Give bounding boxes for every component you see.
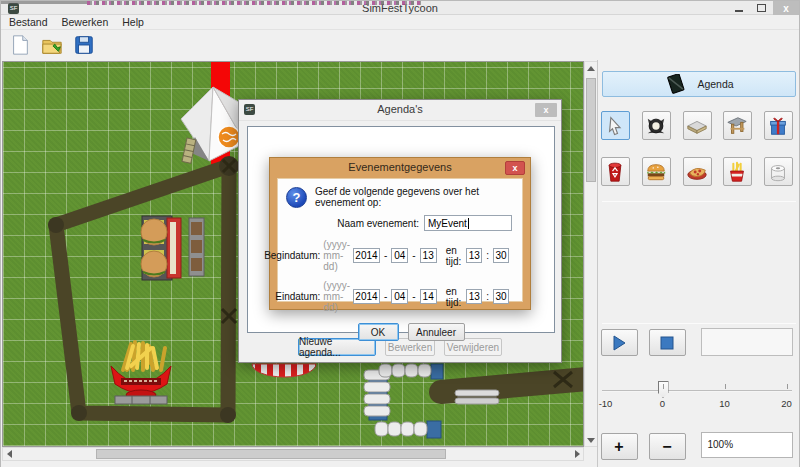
start-day-input[interactable]: 13 (420, 248, 437, 263)
end-year-input[interactable]: 2014 (353, 289, 380, 304)
date-separator: - (384, 291, 387, 302)
tool-button-stage-light[interactable] (642, 111, 671, 140)
toolbar (1, 30, 799, 60)
dirt-path-loop[interactable] (56, 166, 229, 415)
zoom-level-field[interactable]: 100% (701, 432, 793, 458)
event-name-row: Naam evenement: MyEvent (278, 215, 522, 231)
striped-tent-roof[interactable] (252, 364, 316, 377)
scroll-left-button[interactable] (3, 448, 15, 460)
bench[interactable] (115, 396, 167, 404)
agendas-dialog-close-button[interactable]: x (535, 103, 557, 117)
event-dialog-close-button[interactable]: x (505, 161, 525, 175)
menu-bewerken[interactable]: Bewerken (62, 16, 109, 28)
cancel-button[interactable]: Annuleer (408, 323, 465, 341)
maximize-button[interactable] (751, 1, 771, 15)
end-day-input[interactable]: 14 (420, 289, 437, 304)
stage-platform-icon (686, 115, 708, 137)
start-minute-input[interactable]: 30 (493, 248, 509, 263)
minimize-icon (735, 10, 743, 12)
stage-roof-icon (726, 115, 748, 137)
date-separator: - (384, 250, 387, 261)
zoom-in-button[interactable]: + (601, 433, 638, 460)
play-button[interactable] (601, 329, 638, 356)
vertical-scroll-thumb[interactable] (586, 78, 596, 182)
tool-button-gift[interactable] (764, 111, 793, 140)
stop-icon (660, 336, 674, 350)
speed-slider-track[interactable] (602, 390, 792, 392)
event-dialog-titlebar: Evenementgegevens x (270, 158, 530, 178)
crowd-barriers[interactable] (364, 364, 443, 438)
sidebar: Agenda (597, 60, 800, 467)
end-date-format-hint: (yyyy-mm-dd) (323, 280, 350, 313)
start-year-input[interactable]: 2014 (353, 248, 380, 263)
tool-button-burger[interactable] (642, 157, 671, 186)
agendas-dialog-titlebar: SF Agenda's x (239, 100, 561, 121)
slider-label-ten: 10 (719, 398, 730, 409)
end-hour-input[interactable]: 13 (466, 289, 482, 304)
event-name-label: Naam evenement: (337, 218, 419, 229)
slider-tick (725, 384, 726, 389)
end-minute-input[interactable]: 30 (493, 289, 509, 304)
left-arrow-icon (7, 450, 12, 458)
new-file-button[interactable] (7, 32, 33, 58)
trash-bin-icon (605, 161, 625, 183)
end-date-row: Eindatum: (yyyy-mm-dd) 2014 - 04 - 14 en… (278, 280, 522, 313)
minimize-button[interactable] (729, 1, 749, 15)
horizontal-scroll-thumb[interactable] (96, 449, 446, 459)
tool-button-toilet[interactable] (764, 157, 793, 186)
open-folder-icon (41, 34, 63, 56)
app-window: SF SimFestTycoon x Bestand Bewerken Help (0, 0, 800, 467)
tool-button-pizza[interactable] (683, 157, 712, 186)
end-month-input[interactable]: 04 (391, 289, 408, 304)
up-arrow-icon (587, 66, 595, 71)
tool-button-stage[interactable] (683, 111, 712, 140)
picnic-tables[interactable] (189, 218, 204, 276)
save-floppy-icon (73, 34, 95, 56)
zoom-out-button[interactable]: − (649, 433, 686, 460)
date-separator: - (412, 291, 415, 302)
agenda-button[interactable]: Agenda (602, 71, 796, 97)
gift-icon (767, 115, 789, 137)
map-bottom-filler (2, 462, 584, 467)
event-name-input[interactable]: MyEvent (424, 215, 512, 231)
cursor-icon (605, 116, 625, 136)
menu-help[interactable]: Help (122, 16, 144, 28)
end-time-label: en tijd: (446, 286, 462, 308)
burger-stand[interactable] (141, 216, 181, 280)
save-button[interactable] (71, 32, 97, 58)
ladder[interactable] (182, 138, 196, 163)
ok-button[interactable]: OK (358, 323, 399, 341)
tool-button-select[interactable] (601, 111, 630, 140)
open-file-button[interactable] (39, 32, 65, 58)
scroll-down-button[interactable] (585, 434, 597, 446)
tent-logo (218, 126, 240, 148)
event-dialog-prompt-row: ? Geef de volgende gegevens over het eve… (278, 179, 522, 208)
event-name-value: MyEvent (428, 218, 467, 229)
stop-button[interactable] (649, 329, 686, 356)
start-hour-input[interactable]: 13 (466, 248, 482, 263)
event-data-dialog: Evenementgegevens x ? Geef de volgende g… (269, 157, 531, 310)
close-button[interactable]: x (773, 1, 799, 15)
simulation-status-box (701, 328, 793, 356)
agendas-dialog-title: Agenda's (239, 103, 561, 115)
agenda-book-icon (663, 74, 689, 94)
maximize-icon (757, 4, 766, 12)
start-time-label: en tijd: (446, 245, 462, 267)
fries-icon (726, 161, 748, 183)
time-separator: : (486, 291, 489, 302)
map-horizontal-scrollbar[interactable] (2, 447, 584, 461)
date-separator: - (412, 250, 415, 261)
screen-artifact-dark (1, 1, 87, 4)
slider-tick (787, 384, 788, 389)
start-month-input[interactable]: 04 (391, 248, 408, 263)
tool-button-stage-roof[interactable] (723, 111, 752, 140)
start-date-format-hint: (yyyy-mm-dd) (323, 239, 350, 272)
scroll-up-button[interactable] (585, 62, 597, 74)
slider-label-zero: 0 (660, 398, 665, 409)
tool-button-trash-bin[interactable] (601, 157, 630, 186)
fries-stand[interactable] (111, 342, 171, 400)
tool-button-fries[interactable] (723, 157, 752, 186)
scroll-right-button[interactable] (571, 448, 583, 460)
right-arrow-icon (575, 450, 580, 458)
menu-bestand[interactable]: Bestand (9, 16, 48, 28)
